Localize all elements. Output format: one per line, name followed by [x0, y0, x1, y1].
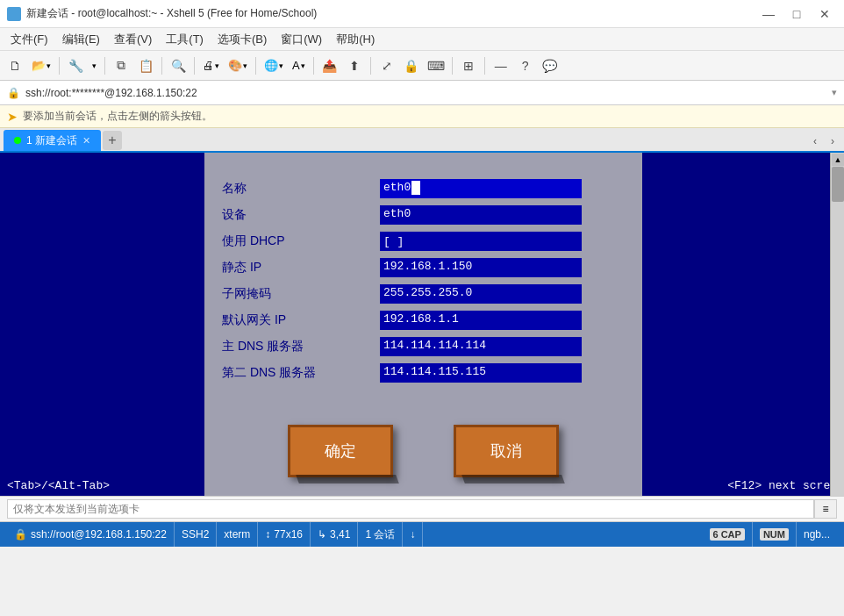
tab-label: 1 新建会话 [26, 133, 77, 148]
address-bar: 🔒 ssh://root:********@192.168.1.150:22 ▾ [0, 81, 844, 105]
left-hint-text: <Tab>/<Alt-Tab> [7, 479, 110, 492]
tb-color-dropdown[interactable]: 🎨 ▾ [225, 57, 251, 74]
app-icon [7, 7, 21, 21]
tb-color-arrow: ▾ [243, 61, 247, 70]
menu-file[interactable]: 文件(F) [4, 30, 55, 49]
right-panel-hint: <F12> next scree [642, 476, 844, 496]
tb-sep-4 [194, 57, 195, 75]
tb-font-dropdown[interactable]: A ▾ [289, 57, 309, 74]
input-dns1-value: 114.114.114.114 [383, 339, 486, 352]
close-button[interactable]: ✕ [812, 5, 837, 23]
tb-sep-8 [452, 57, 453, 75]
tb-globe-dropdown[interactable]: 🌐 ▾ [261, 57, 287, 74]
tb-font-arrow: ▾ [301, 61, 305, 70]
menu-tools[interactable]: 工具(T) [159, 30, 211, 49]
input-name-value: eth0 [383, 181, 411, 194]
address-dropdown-icon[interactable]: ▾ [832, 87, 837, 98]
input-name[interactable]: eth0 [380, 179, 582, 198]
form-row-dhcp: 使用 DHCP [ ] [222, 232, 625, 251]
confirm-button[interactable]: 确定 [288, 425, 393, 477]
cancel-button[interactable]: 取消 [454, 425, 559, 477]
input-dhcp[interactable]: [ ] [380, 232, 582, 251]
input-static-ip[interactable]: 192.168.1.150 [380, 258, 582, 277]
tb-fullscreen[interactable]: ⤢ [376, 54, 398, 77]
encoding-text: ngb... [804, 528, 830, 541]
menu-view[interactable]: 查看(V) [107, 30, 159, 49]
maximize-button[interactable]: □ [784, 5, 809, 23]
tb-transfer2[interactable]: ⬆ [343, 54, 366, 77]
tb-sep-2 [104, 57, 105, 75]
tb-print-dropdown[interactable]: 🖨 ▾ [199, 57, 223, 74]
tab-bar-left: 1 新建会话 ✕ + [4, 130, 122, 151]
menu-help[interactable]: 帮助(H) [329, 30, 382, 49]
minimize-button[interactable]: — [756, 5, 781, 23]
input-device[interactable]: eth0 [380, 205, 582, 225]
tb-transfer[interactable]: 📤 [318, 54, 341, 77]
status-num: NUM [753, 522, 797, 547]
form-row-name: 名称 eth0 [222, 179, 625, 198]
tab-nav-right[interactable]: › [825, 133, 840, 149]
status-encoding: ngb... [797, 522, 837, 547]
input-device-value: eth0 [383, 207, 411, 220]
tb-plus[interactable]: ⊞ [457, 54, 480, 77]
tab-active[interactable]: 1 新建会话 ✕ [4, 130, 101, 151]
tb-minus[interactable]: — [490, 54, 512, 77]
tb-chat[interactable]: 💬 [539, 54, 561, 77]
tb-lock[interactable]: 🔒 [400, 54, 423, 77]
scrollbar[interactable]: ▲ [830, 153, 844, 496]
menu-window[interactable]: 窗口(W) [274, 30, 329, 49]
tb-sep-1 [59, 57, 60, 75]
input-dns1[interactable]: 114.114.114.114 [380, 337, 582, 356]
right-hint-text: <F12> next scree [727, 479, 837, 492]
right-panel: <F12> next scree [642, 153, 844, 496]
send-menu-button[interactable]: ≡ [814, 499, 837, 519]
label-dns1: 主 DNS 服务器 [222, 339, 380, 355]
tb-help[interactable]: ? [514, 54, 537, 77]
tab-add-button[interactable]: + [103, 131, 122, 150]
form-row-static-ip: 静态 IP 192.168.1.150 [222, 258, 625, 277]
label-device: 设备 [222, 207, 380, 223]
input-subnet[interactable]: 255.255.255.0 [380, 284, 582, 304]
tb-sep-3 [161, 57, 162, 75]
tb-globe-icon: 🌐 [264, 59, 278, 72]
tb-open-icon: 📂 [32, 59, 46, 72]
input-dns2[interactable]: 114.114.115.115 [380, 363, 582, 383]
tab-close-icon[interactable]: ✕ [82, 135, 90, 147]
tb-font-icon: A [292, 59, 300, 72]
address-url: ssh://root:********@192.168.1.150:22 [25, 87, 826, 99]
scroll-up-arrow[interactable]: ▲ [832, 154, 844, 166]
tab-nav-left[interactable]: ‹ [807, 133, 823, 149]
label-subnet: 子网掩码 [222, 286, 380, 302]
form-row-dns1: 主 DNS 服务器 114.114.114.114 [222, 337, 625, 356]
status-cursor-text: 3,41 [330, 528, 350, 541]
menu-edit[interactable]: 编辑(E) [55, 30, 107, 49]
info-bar: ➤ 要添加当前会话，点击左侧的箭头按钮。 [0, 105, 844, 128]
tb-open-arrow: ▾ [46, 61, 51, 70]
tb-keyboard[interactable]: ⌨ [425, 54, 447, 77]
center-dialog-panel: 名称 eth0 设备 eth0 使用 DHCP [ ] [204, 153, 642, 496]
status-sessions-text: 1 会话 [365, 527, 395, 542]
tab-bar: 1 新建会话 ✕ + ‹ › [0, 128, 844, 153]
cursor-name [411, 181, 420, 195]
menu-tabs[interactable]: 选项卡(B) [211, 30, 274, 49]
status-connection: 🔒 ssh://root@192.168.1.150:22 [7, 522, 175, 547]
status-protocol-text: SSH2 [182, 528, 209, 541]
input-gateway[interactable]: 192.168.1.1 [380, 311, 582, 330]
scroll-thumb[interactable] [832, 167, 844, 202]
tb-sep-7 [370, 57, 371, 75]
left-panel: <Tab>/<Alt-Tab> [0, 153, 204, 496]
tb-copy[interactable]: ⧉ [110, 54, 132, 77]
tb-open-dropdown[interactable]: 📂 ▾ [28, 57, 54, 74]
down-arrow-icon: ↓ [410, 528, 415, 541]
tb-paste[interactable]: 📋 [134, 54, 157, 77]
tb-search[interactable]: 🔍 [167, 54, 190, 77]
status-connection-text: ssh://root@192.168.1.150:22 [31, 528, 167, 541]
form-row-subnet: 子网掩码 255.255.255.0 [222, 284, 625, 304]
left-panel-hint: <Tab>/<Alt-Tab> [0, 476, 204, 496]
tb-new[interactable]: 🗋 [4, 54, 26, 77]
tb-properties-dropdown[interactable]: ▾ [89, 60, 100, 72]
tb-properties[interactable]: 🔧 [64, 54, 87, 77]
tb-print-arrow: ▾ [215, 61, 219, 70]
status-lock-icon: 🔒 [14, 528, 27, 541]
status-sessions: 1 会话 [358, 522, 403, 547]
